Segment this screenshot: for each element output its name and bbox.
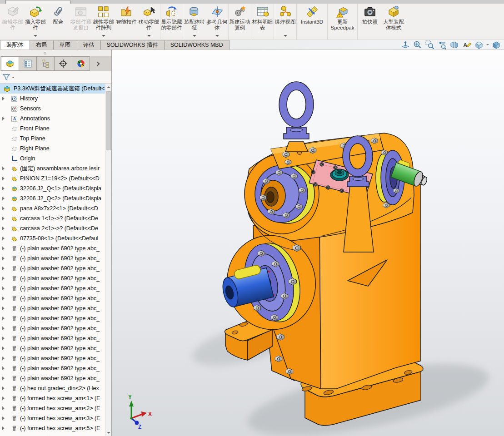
expand-arrow-icon[interactable] (2, 297, 8, 300)
tab-feature-manager-design-tree[interactable] (1, 56, 19, 71)
tree-item[interactable]: carcasa 1<1>->? (Default<<De (0, 213, 105, 223)
ribbon-button[interactable]: Instant3D (297, 4, 328, 40)
tree-item[interactable]: Top Plane (0, 134, 105, 144)
expand-arrow-icon[interactable] (2, 357, 8, 360)
section-view-icon[interactable] (449, 40, 459, 50)
tree-item[interactable]: (-) plain washer 6902 type abc_ (0, 293, 105, 303)
expand-arrow-icon[interactable] (2, 367, 8, 370)
tree-item[interactable]: (-) plain washer 6902 type abc_ (0, 343, 105, 353)
tree-item[interactable]: Origin (0, 154, 105, 164)
zoom-to-fit-icon[interactable] (413, 40, 423, 50)
normal-to-icon[interactable] (400, 40, 410, 50)
ribbon-button[interactable]: 线性零部件阵列 (92, 4, 115, 40)
tree-item[interactable]: 07735-08<1> (Default<<Defaul (0, 233, 105, 243)
ribbon-button[interactable]: 更新 Speedpak (328, 4, 358, 40)
command-tab[interactable]: SOLIDWORKS MBD (164, 40, 230, 50)
ribbon-button[interactable]: 显示隐藏的零部件 (160, 4, 183, 40)
ribbon-button[interactable]: 零部件预览窗口 (70, 4, 92, 40)
expand-arrow-icon[interactable] (2, 117, 8, 120)
command-tab[interactable]: SOLIDWORKS 插件 (100, 40, 165, 50)
tree-item[interactable]: (-) plain washer 6902 type abc_ (0, 243, 105, 253)
ribbon-button[interactable]: 编辑零部件 (1, 4, 24, 40)
tree-item[interactable]: (-) plain washer 6902 type abc_ (0, 273, 105, 283)
expand-arrow-icon[interactable] (2, 187, 8, 190)
tree-item[interactable]: (-) formed hex screw_am<2> (E (0, 403, 105, 413)
expand-arrow-icon[interactable] (2, 337, 8, 340)
tab-configuration-manager[interactable] (36, 56, 55, 71)
expand-arrow-icon[interactable] (2, 257, 8, 260)
tree-root-item[interactable]: P3.3KW斜齿减速器减速箱 (Default<D (0, 84, 105, 94)
expand-arrow-icon[interactable] (2, 177, 8, 180)
ribbon-button[interactable]: 智能扣件 (115, 4, 138, 40)
expand-arrow-icon[interactable] (2, 287, 8, 290)
expand-arrow-icon[interactable] (2, 237, 8, 240)
zoom-to-area-icon[interactable] (425, 40, 435, 50)
filter-caret-icon[interactable] (12, 77, 15, 79)
expand-arrow-icon[interactable] (2, 416, 8, 420)
tree-item[interactable]: History (0, 94, 105, 104)
tree-item[interactable]: (-) formed hex screw_am<1> (E (0, 393, 105, 403)
ribbon-button[interactable]: 配合 (47, 4, 70, 40)
tree-item[interactable]: (-) plain washer 6902 type abc_ (0, 263, 105, 273)
expand-arrow-icon[interactable] (2, 167, 8, 170)
view-orientation-caret[interactable] (486, 44, 489, 47)
tree-item[interactable]: 32206 J2_Q<1> (Default<Displa (0, 183, 105, 193)
tab-dimxpert-manager[interactable] (54, 56, 72, 71)
tree-item[interactable]: Front Plane (0, 124, 105, 134)
panel-tabs-overflow-button[interactable] (90, 56, 105, 71)
expand-arrow-icon[interactable] (2, 347, 8, 350)
expand-arrow-icon[interactable] (2, 207, 8, 210)
tree-item[interactable]: (固定) ansamblarea arbore iesir (0, 164, 105, 173)
tree-item[interactable]: pana A8x7x22<1> (Default<<D (0, 203, 105, 213)
scrollbar-down-arrow[interactable] (105, 429, 111, 436)
previous-view-icon[interactable] (437, 40, 447, 50)
ribbon-button[interactable]: 参考几何体 (206, 4, 229, 40)
tree-item[interactable]: (-) plain washer 6902 type abc_ (0, 363, 105, 373)
tree-item[interactable]: (-) plain washer 6902 type abc_ (0, 333, 105, 343)
tree-item[interactable]: (-) hex nut gradec_din<2> (Hex (0, 383, 105, 393)
ribbon-button[interactable]: 爆炸视图 (274, 4, 297, 40)
ribbon-button[interactable]: 移动零部件 (138, 4, 160, 40)
panel-splitter[interactable] (0, 50, 111, 56)
expand-arrow-icon[interactable] (2, 227, 8, 230)
command-tab[interactable]: 评估 (77, 40, 101, 50)
tree-item[interactable]: Right Plane (0, 144, 105, 154)
ribbon-button[interactable]: 装配体特征 (183, 4, 206, 40)
expand-arrow-icon[interactable] (2, 247, 8, 250)
expand-arrow-icon[interactable] (2, 97, 8, 100)
command-tab[interactable]: 草图 (53, 40, 77, 50)
ribbon-button[interactable]: 插入零部件 (24, 4, 47, 40)
view-orientation-icon[interactable] (474, 40, 484, 50)
tree-item[interactable]: (-) plain washer 6902 type abc_ (0, 313, 105, 323)
tab-property-manager[interactable] (19, 56, 37, 71)
tree-item[interactable]: (-) formed hex screw_am<3> (E (0, 413, 105, 423)
expand-arrow-icon[interactable] (2, 406, 8, 410)
tree-item[interactable]: Annotations (0, 114, 105, 124)
ribbon-button[interactable]: 大型装配体模式 (382, 4, 405, 40)
expand-arrow-icon[interactable] (2, 277, 8, 280)
expand-arrow-icon[interactable] (2, 267, 8, 270)
expand-arrow-icon[interactable] (2, 396, 8, 400)
expand-arrow-icon[interactable] (2, 377, 8, 380)
tree-scrollbar[interactable] (105, 84, 111, 436)
expand-arrow-icon[interactable] (2, 327, 8, 330)
ribbon-button[interactable]: 材料明细表 (251, 4, 274, 40)
tree-item[interactable]: 32206 J2_Q<2> (Default<Displa (0, 193, 105, 203)
expand-arrow-icon[interactable] (2, 307, 8, 310)
command-tab[interactable]: 布局 (30, 40, 54, 50)
tree-item[interactable]: (-) plain washer 6902 type abc_ (0, 353, 105, 363)
ribbon-button[interactable]: 新建运动算例 (229, 4, 251, 40)
expand-arrow-icon[interactable] (2, 197, 8, 200)
tree-item[interactable]: (-) plain washer 6902 type abc_ (0, 303, 105, 313)
expand-arrow-icon[interactable] (2, 426, 8, 430)
display-style-icon[interactable] (491, 40, 501, 50)
tree-item[interactable]: (-) plain washer 6902 type abc_ (0, 283, 105, 293)
tree-item[interactable]: carcasa 2<1>->? (Default<<De (0, 223, 105, 233)
filter-funnel-icon[interactable] (2, 73, 10, 81)
annotation-view-icon[interactable] (462, 40, 472, 50)
tree-item[interactable]: (-) plain washer 6902 type abc_ (0, 253, 105, 263)
tree-item[interactable]: PINION Z1=19<2> (Default<<D (0, 173, 105, 183)
scrollbar-up-arrow[interactable] (105, 84, 111, 90)
command-tab[interactable]: 装配体 (0, 40, 30, 50)
tree-item[interactable]: (-) formed hex screw_am<5> (E (0, 423, 105, 433)
